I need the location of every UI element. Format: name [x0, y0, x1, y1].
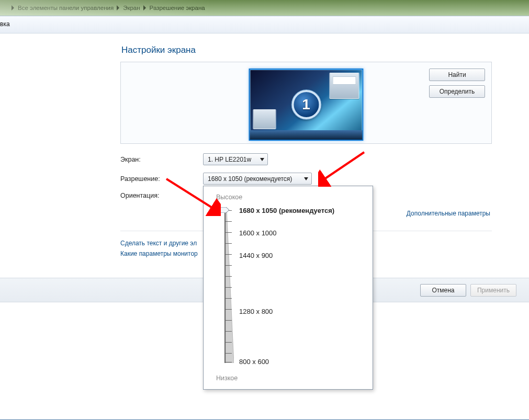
breadcrumb-item[interactable]: Разрешение экрана [150, 5, 205, 11]
apply-button: Применить [470, 284, 516, 297]
svg-line-1 [322, 152, 364, 180]
breadcrumb-item[interactable]: Все элементы панели управления [18, 5, 114, 11]
resolution-option-1600[interactable]: 1600 x 1000 [239, 229, 277, 237]
resolution-option-1440[interactable]: 1440 x 900 [239, 252, 273, 259]
breadcrumb-item[interactable]: Экран [123, 5, 140, 11]
slider-low-label: Низкое [216, 374, 238, 382]
chevron-right-icon [12, 5, 15, 10]
preview-window-small-icon [253, 109, 276, 129]
advanced-link[interactable]: Дополнительные параметры [407, 210, 490, 217]
chevron-right-icon [143, 5, 147, 10]
svg-line-2 [166, 179, 215, 209]
chevron-right-icon [117, 5, 120, 10]
annotation-arrow-icon [318, 150, 365, 187]
breadcrumb-frag: я [0, 3, 1, 10]
row-screen: Экран: 1. HP LE2201w [120, 153, 492, 165]
screen-dropdown[interactable]: 1. HP LE2201w [203, 153, 268, 165]
monitor-preview[interactable]: 1 [249, 69, 364, 141]
find-button[interactable]: Найти [429, 69, 485, 81]
cancel-button[interactable]: Отмена [420, 284, 466, 297]
resolution-option-1680[interactable]: 1680 x 1050 (рекомендуется) [239, 207, 334, 214]
svg-marker-0 [226, 208, 234, 363]
annotation-arrow-icon [163, 177, 221, 216]
monitor-number-badge: 1 [291, 90, 321, 119]
resolution-dropdown-panel[interactable]: Высокое Низкое 1680 x 1050 (рекомендуетс… [203, 186, 373, 390]
detect-button[interactable]: Определить [429, 85, 485, 98]
toolbar: вка [0, 16, 529, 33]
preview-window-icon [330, 73, 359, 99]
page-title: Настройки экрана [121, 45, 492, 55]
chevron-down-icon [304, 177, 308, 180]
window-glass-top: я Все элементы панели управления Экран Р… [0, 0, 529, 16]
toolbar-label-frag: вка [0, 20, 10, 28]
breadcrumb[interactable]: Все элементы панели управления Экран Раз… [7, 2, 209, 14]
slider-wedge-icon [226, 208, 234, 363]
monitor-preview-box: 1 Найти Определить [120, 62, 492, 144]
chevron-down-icon [260, 158, 264, 161]
resolution-option-800[interactable]: 800 x 600 [239, 358, 269, 366]
resolution-option-1280[interactable]: 1280 x 800 [239, 308, 273, 315]
screen-label: Экран: [120, 156, 203, 163]
